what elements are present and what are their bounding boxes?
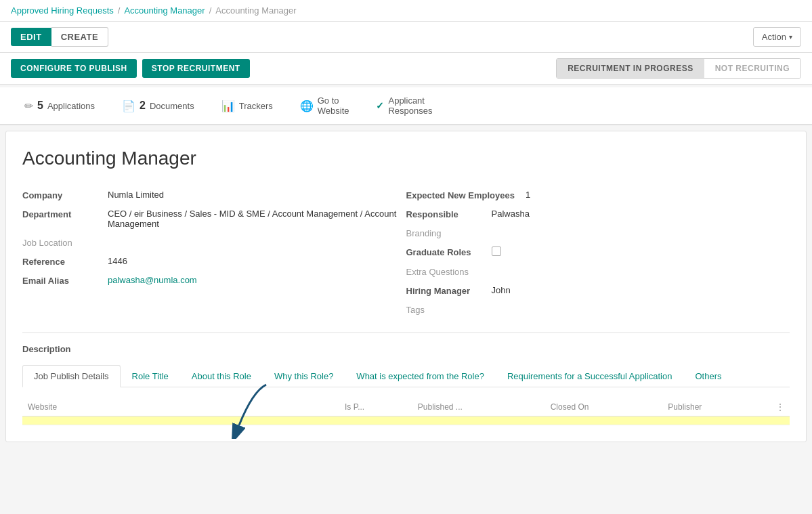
desc-tab-role-title[interactable]: Role Title — [121, 365, 180, 387]
cell-empty — [314, 416, 339, 425]
breadcrumb-approved[interactable]: Approved Hiring Requests — [11, 5, 114, 16]
company-value: Numla Limited — [108, 190, 406, 200]
action-label: Action — [762, 32, 786, 42]
graduate-roles-label: Graduate Roles — [406, 247, 481, 257]
stop-recruitment-button[interactable]: STOP RECRUITMENT — [142, 59, 250, 78]
status-in-progress-button[interactable]: RECRUITMENT IN PROGRESS — [557, 59, 704, 78]
cell-kebab — [769, 416, 790, 425]
department-value: CEO / eir Business / Sales - MID & SME /… — [108, 209, 406, 229]
field-responsible: Responsible Palwasha — [406, 205, 790, 223]
email-alias-label: Email Alias — [22, 275, 97, 286]
field-email-alias: Email Alias palwasha@numla.com — [22, 271, 406, 290]
description-tabs: Job Publish Details Role Title About thi… — [22, 365, 790, 387]
recruitment-status-group: RECRUITMENT IN PROGRESS NOT RECRUITING — [556, 58, 801, 79]
checkbox-empty[interactable] — [492, 247, 501, 256]
field-tags: Tags — [406, 300, 790, 319]
tab-applicant-responses[interactable]: ✓ Applicant Responses — [362, 87, 446, 125]
hiring-manager-label: Hiring Manager — [406, 285, 481, 296]
col-empty — [314, 398, 339, 416]
reference-label: Reference — [22, 256, 97, 267]
cell-publisher — [662, 416, 769, 425]
responsible-label: Responsible — [406, 209, 481, 219]
desc-tab-why-role[interactable]: Why this Role? — [263, 365, 345, 387]
create-button[interactable]: CREATE — [51, 27, 108, 47]
desc-tab-about-role[interactable]: About this Role — [180, 365, 263, 387]
cell-published — [412, 416, 545, 425]
field-reference: Reference 1446 — [22, 252, 406, 271]
fields-right: Expected New Employees 1 Responsible Pal… — [406, 186, 790, 319]
record-title: Accounting Manager — [22, 148, 790, 169]
table-row[interactable] — [22, 416, 790, 425]
cell-is-p — [339, 416, 412, 425]
job-location-label: Job Location — [22, 237, 97, 248]
field-department: Department CEO / eir Business / Sales - … — [22, 205, 406, 233]
desc-tab-job-publish[interactable]: Job Publish Details — [22, 365, 121, 387]
field-hiring-manager: Hiring Manager John — [406, 281, 790, 300]
breadcrumb: Approved Hiring Requests / Accounting Ma… — [0, 0, 812, 22]
reference-value: 1446 — [108, 256, 406, 266]
documents-count: 2 — [140, 100, 146, 112]
hiring-manager-value: John — [492, 285, 790, 295]
configure-publish-button[interactable]: CONFIGURE TO PUBLISH — [11, 59, 137, 78]
expected-employees-label: Expected New Employees — [406, 190, 515, 200]
col-publisher: Publisher — [662, 398, 769, 416]
action-button[interactable]: Action ▾ — [753, 27, 801, 47]
field-job-location: Job Location — [22, 233, 406, 252]
extra-questions-label: Extra Questions — [406, 266, 481, 277]
website-section: Website Is P... Published ... Closed On … — [22, 398, 790, 425]
document-icon: 📄 — [122, 100, 135, 112]
col-kebab: ⋮ — [769, 398, 790, 416]
table-header-row: Website Is P... Published ... Closed On … — [22, 398, 790, 416]
col-closed: Closed On — [545, 398, 663, 416]
breadcrumb-sep-1: / — [118, 5, 121, 16]
responsible-value: Palwasha — [492, 209, 790, 219]
company-label: Company — [22, 190, 97, 200]
department-label: Department — [22, 209, 97, 219]
toolbar: EDIT CREATE Action ▾ — [0, 22, 812, 53]
desc-tab-requirements[interactable]: Requirements for a Successful Applicatio… — [496, 365, 684, 387]
applications-count: 5 — [37, 100, 43, 112]
chart-icon: 📊 — [221, 100, 235, 112]
col-is-p: Is P... — [339, 398, 412, 416]
branding-label: Branding — [406, 228, 481, 238]
website-table: Website Is P... Published ... Closed On … — [22, 398, 790, 425]
field-expected-employees: Expected New Employees 1 — [406, 186, 790, 205]
email-alias-value[interactable]: palwasha@numla.com — [108, 275, 406, 285]
tab-applications[interactable]: ✏ 5 Applications — [11, 87, 108, 125]
col-website: Website — [22, 398, 314, 416]
edit-button[interactable]: EDIT — [11, 28, 51, 46]
field-company: Company Numla Limited — [22, 186, 406, 205]
description-section: Description — [22, 344, 790, 354]
fields-left: Company Numla Limited Department CEO / e… — [22, 186, 406, 319]
tab-trackers[interactable]: 📊 Trackers — [208, 87, 286, 125]
breadcrumb-current: Accounting Manager — [215, 5, 296, 16]
desc-tab-others[interactable]: Others — [683, 365, 733, 387]
website-label: Go to Website — [318, 95, 349, 116]
checkmark-icon: ✓ — [376, 100, 384, 111]
pencil-icon: ✏ — [24, 100, 33, 112]
desc-tab-expected[interactable]: What is expected from the Role? — [345, 365, 496, 387]
tags-label: Tags — [406, 304, 481, 315]
trackers-label: Trackers — [239, 101, 273, 111]
status-bar: CONFIGURE TO PUBLISH STOP RECRUITMENT RE… — [0, 53, 812, 85]
tab-documents[interactable]: 📄 2 Documents — [108, 87, 208, 125]
status-not-recruiting-button[interactable]: NOT RECRUITING — [704, 59, 800, 78]
graduate-roles-checkbox[interactable] — [492, 247, 790, 258]
breadcrumb-accounting-1[interactable]: Accounting Manager — [124, 5, 205, 16]
applicant-responses-label: Applicant Responses — [388, 95, 432, 116]
fields-grid: Company Numla Limited Department CEO / e… — [22, 186, 790, 319]
col-published: Published ... — [412, 398, 545, 416]
documents-label: Documents — [150, 101, 194, 111]
action-arrow-icon: ▾ — [789, 33, 792, 41]
field-extra-questions: Extra Questions — [406, 262, 790, 281]
main-content: Accounting Manager Company Numla Limited… — [5, 131, 807, 442]
applications-label: Applications — [47, 101, 95, 111]
tab-website[interactable]: 🌐 Go to Website — [286, 87, 363, 125]
tabs-row: ✏ 5 Applications 📄 2 Documents 📊 Tracker… — [0, 87, 812, 125]
field-branding: Branding — [406, 223, 790, 242]
breadcrumb-sep-2: / — [209, 5, 212, 16]
globe-icon: 🌐 — [300, 100, 314, 112]
cell-closed — [545, 416, 663, 425]
field-graduate-roles: Graduate Roles — [406, 242, 790, 262]
expected-employees-value: 1 — [526, 190, 790, 200]
